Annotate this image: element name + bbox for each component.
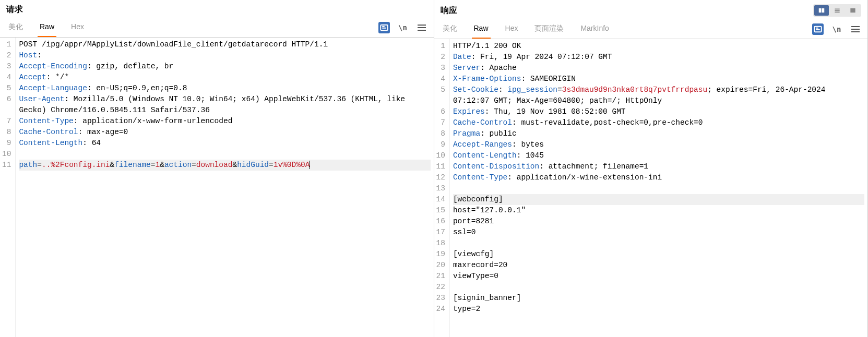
code-line[interactable]: [viewcfg]	[453, 249, 864, 260]
view-full-icon[interactable]	[846, 5, 860, 16]
wrap-icon[interactable]: \n	[397, 22, 409, 33]
actions-icon[interactable]	[812, 23, 824, 35]
menu-icon[interactable]	[416, 22, 427, 33]
code-line[interactable]: path=..%2Fconfig.ini&filename=1&action=d…	[19, 160, 430, 171]
tab-raw[interactable]: Raw	[38, 18, 56, 37]
response-header: 响应	[434, 0, 868, 17]
request-header: 请求	[0, 0, 434, 15]
code-line[interactable]: Cache-Control: max-age=0	[19, 127, 430, 138]
code-line[interactable]: host="127.0.0.1"	[453, 205, 864, 216]
svg-rect-5	[835, 11, 839, 13]
response-panel: 响应 美化RawHex页面渲染MarkInfo \n 123456789101	[434, 0, 869, 337]
request-title: 请求	[6, 4, 23, 15]
code-line[interactable]	[453, 238, 864, 249]
code-line[interactable]: Date: Fri, 19 Apr 2024 07:12:07 GMT	[453, 52, 864, 63]
code-line[interactable]: [webconfig]	[453, 194, 864, 205]
code-line[interactable]: HTTP/1.1 200 OK	[453, 41, 864, 52]
tab-美化[interactable]: 美化	[6, 18, 25, 37]
code-line[interactable]: type=2	[453, 304, 864, 315]
svg-rect-2	[822, 8, 825, 13]
code-line[interactable]	[453, 282, 864, 293]
request-toolbar: \n	[378, 22, 427, 33]
response-title: 响应	[441, 5, 457, 16]
code-line[interactable]: Host:	[19, 50, 430, 61]
response-tabs-row: 美化RawHex页面渲染MarkInfo \n	[434, 20, 868, 39]
svg-rect-1	[819, 8, 822, 13]
request-lines[interactable]: POST /ipg/appr/MApplyList/downloadFile_c…	[16, 38, 433, 337]
code-line[interactable]: Accept: */*	[19, 72, 430, 83]
code-line[interactable]: Accept-Language: en-US;q=0.9,en;q=0.8	[19, 83, 430, 94]
svg-rect-3	[835, 9, 839, 10]
code-line[interactable]: Server: Apache	[453, 63, 864, 74]
svg-rect-4	[835, 10, 839, 11]
tab-markinfo[interactable]: MarkInfo	[578, 20, 611, 39]
response-code-area[interactable]: 123456789101112131415161718192021222324 …	[434, 39, 868, 337]
tab-美化[interactable]: 美化	[441, 20, 459, 39]
code-line[interactable]: Accept-Ranges: bytes	[453, 139, 864, 150]
view-single-icon[interactable]	[830, 5, 845, 16]
request-tabs: 美化RawHex	[6, 18, 86, 37]
code-line[interactable]: Content-Length: 64	[19, 138, 430, 149]
code-line[interactable]: Content-Type: application/x-wine-extensi…	[453, 172, 864, 183]
code-line[interactable]: maxrecord=20	[453, 260, 864, 271]
request-tabs-row: 美化RawHex \n	[0, 18, 434, 38]
tab-hex[interactable]: Hex	[69, 18, 86, 37]
code-line[interactable]	[453, 183, 864, 194]
code-line[interactable]: ssl=0	[453, 227, 864, 238]
code-line[interactable]: port=8281	[453, 216, 864, 227]
code-line[interactable]: Expires: Thu, 19 Nov 1981 08:52:00 GMT	[453, 106, 864, 117]
code-line[interactable]: viewType=0	[453, 271, 864, 282]
menu-icon[interactable]	[850, 23, 861, 35]
svg-rect-6	[850, 8, 855, 13]
response-tabs: 美化RawHex页面渲染MarkInfo	[441, 20, 611, 39]
code-line[interactable]: User-Agent: Mozilla/5.0 (Windows NT 10.0…	[19, 94, 430, 116]
code-line[interactable]: X-Frame-Options: SAMEORIGIN	[453, 74, 864, 85]
view-split-icon[interactable]	[814, 5, 829, 16]
tab-raw[interactable]: Raw	[472, 20, 491, 39]
actions-icon[interactable]	[378, 22, 390, 33]
response-toolbar: \n	[812, 23, 861, 35]
code-line[interactable]: Set-Cookie: ipg_session=3s3dmau9d9n3nka0…	[453, 85, 864, 106]
response-lines[interactable]: HTTP/1.1 200 OKDate: Fri, 19 Apr 2024 07…	[450, 39, 867, 337]
code-line[interactable]: Content-Disposition: attachment; filenam…	[453, 161, 864, 172]
code-line[interactable]: Content-Length: 1045	[453, 150, 864, 161]
request-panel: 请求 美化RawHex \n 1234567891011 POST /ipg/a…	[0, 0, 434, 337]
code-line[interactable]: Cache-Control: must-revalidate,post-chec…	[453, 117, 864, 128]
tab-hex[interactable]: Hex	[503, 20, 520, 39]
request-code-area[interactable]: 1234567891011 POST /ipg/appr/MApplyList/…	[0, 38, 434, 337]
code-line[interactable]: Content-Type: application/x-www-form-url…	[19, 116, 430, 127]
code-line[interactable]: POST /ipg/appr/MApplyList/downloadFile_c…	[19, 39, 430, 50]
wrap-icon[interactable]: \n	[831, 23, 842, 35]
code-line[interactable]: [signin_banner]	[453, 293, 864, 304]
code-line[interactable]: Accept-Encoding: gzip, deflate, br	[19, 61, 430, 72]
request-gutter: 1234567891011	[0, 38, 16, 337]
view-toggles	[813, 4, 861, 17]
code-line[interactable]: Pragma: public	[453, 128, 864, 139]
code-line[interactable]	[19, 149, 430, 160]
tab-页面渲染[interactable]: 页面渲染	[532, 20, 566, 39]
response-gutter: 123456789101112131415161718192021222324	[434, 39, 450, 337]
